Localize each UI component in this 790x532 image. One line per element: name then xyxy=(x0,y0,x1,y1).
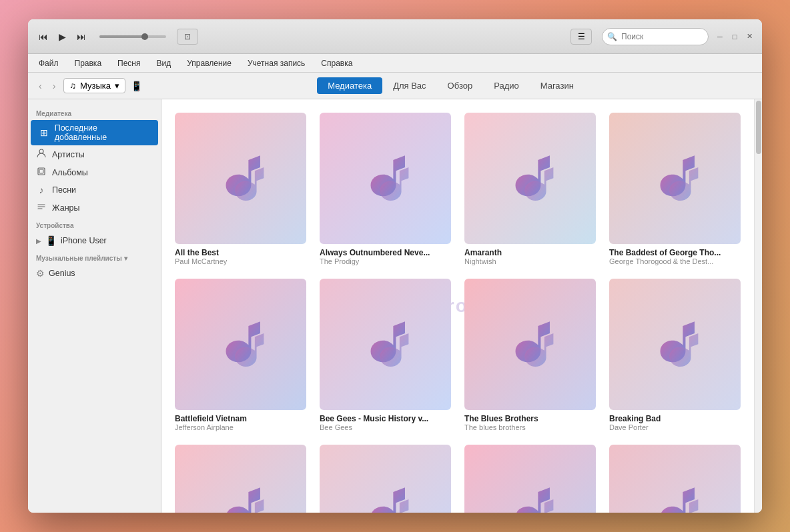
album-title: Always Outnumbered Neve... xyxy=(320,248,451,257)
sidebar-genres-label: Жанры xyxy=(52,203,79,213)
albums-icon xyxy=(36,167,47,178)
songs-icon: ♪ xyxy=(36,185,47,195)
search-bar: 🔍 xyxy=(602,28,709,45)
music-note-icon xyxy=(639,308,711,380)
menu-item-вид[interactable]: Вид xyxy=(154,57,174,69)
menu-item-учетная запись[interactable]: Учетная запись xyxy=(245,57,308,69)
iphone-icon: 📱 xyxy=(45,235,57,246)
maximize-button[interactable]: □ xyxy=(730,32,739,41)
menu-item-управление[interactable]: Управление xyxy=(184,57,234,69)
music-note-icon xyxy=(494,474,566,513)
device-icon[interactable]: 📱 xyxy=(131,81,142,91)
grid-icon: ⊞ xyxy=(39,127,49,138)
sidebar-device-iphone[interactable]: ▶ 📱 iPhone User xyxy=(28,232,161,249)
sidebar-library-label: Медиатека xyxy=(28,105,161,120)
album-artist: Dave Porter xyxy=(609,423,741,431)
album-title: Bee Gees - Music History v... xyxy=(320,414,451,423)
album-cover xyxy=(320,445,451,513)
album-artist: Jefferson Airplane xyxy=(175,423,306,431)
album-title: Battlefield Vietnam xyxy=(175,414,306,423)
tab-bar: МедиатекаДля ВасОбзорРадиоМагазин xyxy=(147,77,754,94)
progress-bar[interactable] xyxy=(99,35,166,38)
search-input[interactable] xyxy=(602,28,709,45)
nav-forward-button[interactable]: › xyxy=(50,79,59,93)
sidebar-albums-label: Альбомы xyxy=(52,168,88,177)
window-controls: ─ □ ✕ xyxy=(715,32,754,41)
album-item[interactable]: The Baddest of George Tho...George Thoro… xyxy=(609,113,741,265)
album-item[interactable]: Breaking BadDave Porter xyxy=(609,279,741,431)
album-cover xyxy=(609,445,741,513)
music-note-icon xyxy=(494,308,566,380)
album-item[interactable]: ... xyxy=(320,445,451,513)
album-item[interactable]: ... xyxy=(175,445,306,513)
nav-back-button[interactable]: ‹ xyxy=(36,79,45,93)
tab-радио[interactable]: Радио xyxy=(483,77,530,94)
sidebar-item-albums[interactable]: Альбомы xyxy=(28,163,161,181)
album-artist: George Thorogood & the Dest... xyxy=(609,257,741,265)
list-icon: ☰ xyxy=(578,32,585,41)
music-note-icon xyxy=(204,142,276,214)
location-selector[interactable]: ♫ Музыка ▾ xyxy=(63,78,125,93)
album-item[interactable]: Bee Gees - Music History v...Bee Gees xyxy=(320,279,451,431)
svg-point-0 xyxy=(39,149,43,153)
album-grid: All the BestPaul McCartneyAlways Outnumb… xyxy=(175,113,741,513)
sidebar-playlist-genius[interactable]: ⚙ Genius xyxy=(28,265,161,282)
album-title: All the Best xyxy=(175,248,306,257)
album-artist: The blues brothers xyxy=(464,423,596,431)
menu-item-справка[interactable]: Справка xyxy=(318,57,355,69)
music-note-icon xyxy=(639,474,711,513)
sidebar-artists-label: Артисты xyxy=(52,150,85,159)
tab-магазин[interactable]: Магазин xyxy=(530,77,584,94)
scrollbar[interactable] xyxy=(754,99,762,513)
album-item[interactable]: Battlefield VietnamJefferson Airplane xyxy=(175,279,306,431)
svg-rect-2 xyxy=(39,169,43,173)
album-cover xyxy=(175,113,306,244)
music-note-icon: ♫ xyxy=(69,81,76,91)
genius-icon: ⚙ xyxy=(36,268,45,279)
album-cover xyxy=(464,113,596,244)
sidebar-item-recent[interactable]: ⊞ Последние добавленные xyxy=(31,120,158,145)
genius-label: Genius xyxy=(49,269,75,278)
album-item[interactable]: The Blues BrothersThe blues brothers xyxy=(464,279,596,431)
list-view-button[interactable]: ☰ xyxy=(570,29,592,45)
menu-item-песня[interactable]: Песня xyxy=(115,57,143,69)
fastforward-button[interactable]: ⏭ xyxy=(74,30,89,43)
album-title: The Baddest of George Tho... xyxy=(609,248,741,257)
sidebar-item-genres[interactable]: Жанры xyxy=(28,199,161,217)
tab-медиатека[interactable]: Медиатека xyxy=(317,77,382,94)
sidebar-item-songs[interactable]: ♪ Песни xyxy=(28,181,161,199)
main-window: ⏮ ▶ ⏭ ⊡ ☰ 🔍 ─ □ ✕ ФайлПравкаПесняВидУпра… xyxy=(28,19,762,513)
tab-для-вас[interactable]: Для Вас xyxy=(382,77,436,94)
album-cover xyxy=(464,445,596,513)
rewind-button[interactable]: ⏮ xyxy=(36,30,51,43)
album-artist: Bee Gees xyxy=(320,423,451,431)
album-cover xyxy=(320,279,451,410)
album-item[interactable]: Always Outnumbered Neve...The Prodigy xyxy=(320,113,451,265)
album-item[interactable]: ... xyxy=(609,445,741,513)
album-item[interactable]: All the BestPaul McCartney xyxy=(175,113,306,265)
album-title: Amaranth xyxy=(464,248,596,257)
album-item[interactable]: AmaranthNightwish xyxy=(464,113,596,265)
music-note-icon xyxy=(349,474,421,513)
album-cover xyxy=(609,113,741,244)
album-item[interactable]: ... xyxy=(464,445,596,513)
airplay-button[interactable]: ⊡ xyxy=(177,29,198,45)
chevron-playlists-icon: ▾ xyxy=(124,255,127,262)
artists-icon xyxy=(36,149,47,160)
progress-thumb xyxy=(141,33,148,40)
menu-item-правка[interactable]: Правка xyxy=(72,57,105,69)
music-note-icon xyxy=(204,308,276,380)
scrollbar-thumb[interactable] xyxy=(756,101,761,154)
sidebar-item-artists[interactable]: Артисты xyxy=(28,145,161,163)
tab-обзор[interactable]: Обзор xyxy=(437,77,484,94)
album-title: Breaking Bad xyxy=(609,414,741,423)
sidebar-devices-label: Устройства xyxy=(28,217,161,232)
menu-item-файл[interactable]: Файл xyxy=(36,57,61,69)
minimize-button[interactable]: ─ xyxy=(715,32,725,41)
toolbar: ‹ › ♫ Музыка ▾ 📱 МедиатекаДля ВасОбзорРа… xyxy=(28,73,762,99)
album-cover xyxy=(609,279,741,410)
music-note-icon xyxy=(639,142,711,214)
close-button[interactable]: ✕ xyxy=(745,32,754,41)
search-icon: 🔍 xyxy=(607,32,617,41)
play-button[interactable]: ▶ xyxy=(56,30,69,43)
